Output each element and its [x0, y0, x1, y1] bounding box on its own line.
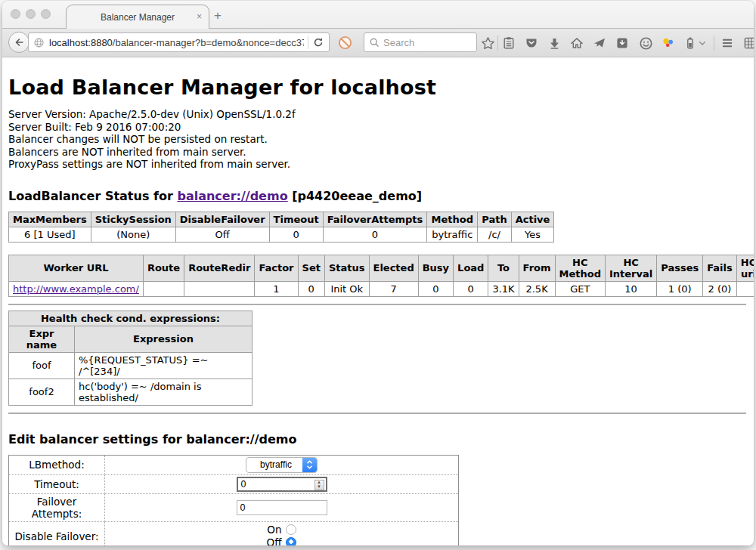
col-to: To	[488, 255, 519, 281]
health-check-table: Health check cond. expressions: Expr nam…	[8, 311, 253, 406]
cell-elected: 7	[369, 281, 418, 296]
failover-attempts-row: Failover Attempts: 0	[9, 493, 459, 521]
url-host: localhost:8880	[49, 37, 113, 48]
col-passes: Passes	[657, 255, 703, 281]
search-bar[interactable]: Search	[364, 32, 477, 52]
disable-failover-label: Disable Failover:	[9, 521, 105, 545]
col-factor: Factor	[255, 255, 298, 281]
table-header-row: Expr name Expression	[9, 326, 253, 352]
col-timeout: Timeout	[269, 212, 323, 227]
failover-attempts-value: 0	[240, 502, 246, 513]
cell-route	[143, 281, 184, 296]
back-arrow-icon	[13, 36, 25, 48]
cell-hc-interval: 10	[605, 281, 656, 296]
col-maxmembers: MaxMembers	[9, 212, 91, 227]
radio-off[interactable]	[286, 537, 296, 545]
col-active: Active	[511, 212, 554, 227]
col-hc-method: HC Method	[555, 255, 605, 281]
search-placeholder: Search	[383, 37, 414, 48]
radio-off-label: Off	[267, 536, 282, 545]
navigation-toolbar: localhost:8880/balancer-manager?b=demo&n…	[2, 29, 754, 57]
cell-method: bytraffic	[427, 227, 478, 242]
persist-note-line: Balancer changes will NOT be persisted o…	[8, 133, 748, 146]
cell-factor: 1	[255, 281, 298, 296]
col-stickysession: StickySession	[91, 212, 175, 227]
send-plane-icon[interactable]	[591, 35, 608, 51]
site-identity-globe-icon[interactable]	[33, 37, 45, 48]
back-button[interactable]	[8, 32, 29, 53]
cell-load: 0	[454, 281, 488, 296]
tab-balancer-manager[interactable]: Balancer Manager ×	[66, 5, 209, 29]
new-tab-button[interactable]: +	[214, 8, 222, 23]
downloads-icon[interactable]	[546, 35, 562, 51]
hamburger-menu-icon[interactable]	[719, 35, 736, 51]
cell-fails: 2 (0)	[703, 281, 737, 296]
window-close-button[interactable]	[11, 9, 20, 19]
urlbar-separator	[308, 36, 308, 49]
table-header-row: MaxMembers StickySession DisableFailover…	[9, 212, 554, 227]
home-icon[interactable]	[569, 35, 585, 51]
balancer-status-table: MaxMembers StickySession DisableFailover…	[8, 212, 554, 243]
col-busy: Busy	[418, 255, 453, 281]
page-viewport: Load Balancer Manager for localhost Serv…	[2, 57, 754, 545]
lbmethod-label: LBmethod:	[9, 455, 105, 474]
failover-attempts-input[interactable]: 0	[237, 500, 327, 515]
horizontal-rule	[8, 412, 746, 414]
reload-button[interactable]	[312, 36, 324, 48]
col-disablefailover: DisableFailover	[175, 212, 269, 227]
worker-row: http://www.example.com/ 1 0 Init Ok 7 0 …	[9, 281, 754, 296]
url-text[interactable]: localhost:8880/balancer-manager?b=demo&n…	[49, 37, 304, 48]
window-minimize-button[interactable]	[26, 9, 36, 19]
health-row: foof2 hc('body') =~ /domain is establish…	[9, 379, 253, 405]
worker-url-link[interactable]: http://www.example.com/	[13, 283, 139, 295]
col-load: Load	[454, 255, 488, 281]
health-table-title: Health check cond. expressions:	[9, 311, 253, 326]
cell-expr-name: foof	[9, 352, 75, 379]
col-path: Path	[478, 212, 511, 227]
url-bar[interactable]: localhost:8880/balancer-manager?b=demo&n…	[28, 32, 330, 52]
worker-table: Worker URL Route RouteRedir Factor Set S…	[8, 255, 754, 297]
lbmethod-select[interactable]: bytraffic	[246, 457, 318, 473]
cell-disablefailover: Off	[175, 227, 269, 242]
pocket-icon[interactable]	[523, 35, 540, 51]
bookmark-star-icon[interactable]	[479, 35, 496, 51]
browser-window: Balancer Manager × + localhost:8880/bala…	[2, 1, 754, 545]
timeout-input[interactable]: 0 ▲▼	[237, 477, 327, 492]
select-arrows-icon	[302, 458, 317, 472]
health-row: foof %{REQUEST_STATUS} =~ /^[234]/	[9, 352, 253, 379]
extension-square-download-icon[interactable]	[614, 35, 631, 51]
table-row: 6 [1 Used] (None) Off 0 0 bytraffic /c/ …	[9, 227, 554, 242]
cell-from: 2.5K	[519, 281, 555, 296]
server-built-line: Server Built: Feb 9 2016 07:00:20	[8, 121, 748, 134]
bookmarks-clipboard-icon[interactable]	[500, 35, 517, 51]
col-status: Status	[324, 255, 369, 281]
smiley-extension-icon[interactable]	[637, 35, 654, 51]
disable-failover-row: Disable Failover: On Off	[9, 521, 459, 545]
grid-notes-extension-icon[interactable]	[742, 35, 754, 51]
toolbar-separator	[497, 36, 498, 51]
balancer-demo-link[interactable]: balancer://demo	[177, 189, 287, 203]
cell-to: 3.1K	[488, 281, 519, 296]
cell-expr-name: foof2	[9, 379, 75, 405]
cell-stickysession: (None)	[91, 227, 175, 242]
cell-passes: 1 (0)	[657, 281, 703, 296]
col-elected: Elected	[369, 255, 418, 281]
tab-close-icon[interactable]: ×	[197, 11, 202, 22]
number-stepper[interactable]: ▲▼	[314, 480, 324, 490]
search-icon	[369, 37, 380, 48]
colored-dots-extension-icon[interactable]	[660, 35, 677, 51]
url-path: /balancer-manager?b=demo&nonce=decc37be-…	[113, 37, 304, 48]
balancer-settings-form: LBmethod: bytraffic Timeout:	[8, 455, 459, 546]
radio-on[interactable]	[286, 524, 296, 535]
col-route: Route	[143, 255, 184, 281]
horizontal-rule	[8, 304, 746, 305]
cell-expression: %{REQUEST_STATUS} =~ /^[234]/	[75, 352, 253, 379]
status-heading-suffix: [p4420eeae_demo]	[288, 189, 423, 203]
content-blocker-icon[interactable]	[337, 35, 353, 51]
col-expr-name: Expr name	[9, 326, 75, 352]
window-zoom-button[interactable]	[41, 9, 51, 19]
battery-extension-icon[interactable]	[682, 35, 699, 51]
cell-expression: hc('body') =~ /domain is established/	[75, 379, 253, 405]
inherit-note-line: Balancers are NOT inherited from main se…	[8, 146, 748, 159]
overflow-caret-icon[interactable]	[697, 35, 708, 51]
